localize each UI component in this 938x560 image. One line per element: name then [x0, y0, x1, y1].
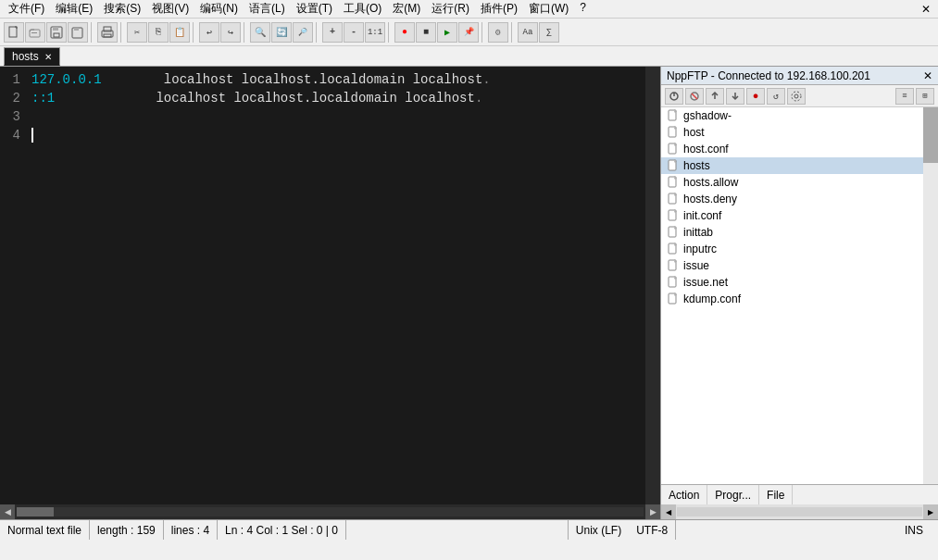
ftp-hscroll[interactable]: ◀ ▶: [661, 504, 938, 519]
ftp-hscroll-left[interactable]: ◀: [661, 504, 676, 519]
code-line-1: 127.0.0.1 localhost localhost.localdomai…: [31, 70, 642, 89]
toolbar-zoom-restore[interactable]: 1:1: [365, 22, 385, 43]
toolbar-copy[interactable]: ⎘: [148, 22, 169, 43]
hscroll-right-btn[interactable]: ▶: [645, 504, 660, 519]
menu-language[interactable]: 语言(L): [244, 1, 290, 17]
ftp-btn-extra2[interactable]: ⊞: [916, 88, 934, 105]
toolbar-new[interactable]: [4, 22, 24, 43]
toolbar-open[interactable]: [25, 22, 45, 43]
ftp-btn-extra1[interactable]: ≡: [895, 88, 914, 105]
menu-settings[interactable]: 设置(T): [292, 1, 337, 17]
menu-file[interactable]: 文件(F): [4, 1, 49, 17]
ftp-tab-action[interactable]: Action: [661, 485, 707, 504]
toolbar-zoom-in[interactable]: +: [322, 22, 343, 43]
ftp-btn-refresh[interactable]: ↺: [767, 88, 785, 105]
ftp-file-name: hosts: [683, 159, 710, 172]
ftp-file-item[interactable]: inputrc: [661, 241, 938, 257]
svg-line-14: [692, 93, 697, 99]
file-icon: [667, 292, 680, 305]
editor-panel[interactable]: 1 2 3 4 127.0.0.1 localhost localhost.lo…: [0, 67, 660, 519]
menu-run[interactable]: 运行(R): [427, 1, 474, 17]
toolbar-macro-save[interactable]: 📌: [458, 22, 479, 43]
menu-search[interactable]: 搜索(S): [99, 1, 145, 17]
ftp-file-item[interactable]: host.conf: [661, 141, 938, 157]
menu-encode[interactable]: 编码(N): [195, 1, 243, 17]
toolbar-print[interactable]: [97, 22, 118, 43]
ftp-file-item[interactable]: gshadow-: [661, 107, 938, 124]
tab-hosts[interactable]: hosts ✕: [4, 47, 60, 66]
hscroll-left-btn[interactable]: ◀: [0, 504, 15, 519]
editor-hscroll[interactable]: ◀ ▶: [0, 504, 660, 519]
ftp-vscroll-thumb[interactable]: [923, 107, 938, 163]
ftp-file-item[interactable]: host: [661, 124, 938, 141]
ftp-file-item[interactable]: kdump.conf: [661, 291, 938, 307]
toolbar-extra1[interactable]: Aa: [518, 22, 538, 43]
code-area[interactable]: 127.0.0.1 localhost localhost.localdomai…: [28, 67, 645, 504]
hscroll-track[interactable]: [17, 507, 644, 516]
ftp-file-list[interactable]: gshadow-hosthost.confhostshosts.allowhos…: [661, 107, 938, 484]
menu-edit[interactable]: 编辑(E): [51, 1, 97, 17]
ftp-btn-abort[interactable]: ●: [746, 88, 765, 105]
toolbar-find[interactable]: 🔍: [250, 22, 270, 43]
ftp-file-item[interactable]: issue.net: [661, 274, 938, 291]
hscroll-thumb[interactable]: [17, 507, 54, 516]
ftp-btn-upload[interactable]: [706, 88, 724, 105]
toolbar-save[interactable]: [46, 22, 67, 43]
ftp-hscroll-track[interactable]: [677, 507, 922, 516]
ftp-file-name: hosts.deny: [683, 193, 737, 205]
ftp-file-item[interactable]: hosts.allow: [661, 174, 938, 191]
status-lines: lines : 4: [164, 520, 218, 540]
ftp-tab-file[interactable]: File: [759, 485, 793, 504]
toolbar-macro-play[interactable]: ▶: [437, 22, 457, 43]
ftp-vscroll[interactable]: [923, 107, 938, 484]
ftp-file-item[interactable]: init.conf: [661, 207, 938, 224]
code-line-2-ip: ::1: [31, 91, 55, 106]
toolbar-saveall[interactable]: [68, 22, 88, 43]
toolbar-undo[interactable]: ↩: [199, 22, 219, 43]
ftp-btn-connect[interactable]: [665, 88, 683, 105]
ftp-file-item[interactable]: hosts.deny: [661, 191, 938, 207]
toolbar-redo[interactable]: ↪: [220, 22, 241, 43]
toolbar-sep2: [120, 22, 124, 43]
editor-vscroll[interactable]: [645, 67, 660, 504]
svg-point-18: [792, 92, 801, 101]
toolbar-settings[interactable]: ⚙: [488, 22, 508, 43]
toolbar-replace[interactable]: 🔄: [271, 22, 292, 43]
ftp-file-item[interactable]: hosts: [661, 157, 938, 174]
code-line-1-ip: 127.0.0.1: [31, 72, 102, 87]
toolbar-zoom-out[interactable]: -: [344, 22, 364, 43]
ftp-close-btn[interactable]: ✕: [923, 69, 932, 82]
svg-rect-4: [53, 27, 58, 31]
ftp-file-name: host.conf: [683, 143, 729, 156]
ftp-tab-progress[interactable]: Progr...: [707, 485, 759, 504]
menu-view[interactable]: 视图(V): [147, 1, 194, 17]
menu-help[interactable]: ?: [575, 1, 591, 17]
menu-tools[interactable]: 工具(O): [339, 1, 386, 17]
editor-content: 1 2 3 4 127.0.0.1 localhost localhost.lo…: [0, 67, 660, 504]
svg-rect-5: [54, 33, 59, 37]
svg-rect-2: [31, 32, 37, 33]
toolbar-extra2[interactable]: ∑: [539, 22, 559, 43]
ftp-btn-disconnect[interactable]: [685, 88, 704, 105]
menu-macro[interactable]: 宏(M): [388, 1, 425, 17]
file-icon: [667, 209, 680, 222]
ftp-vscroll-track[interactable]: [923, 107, 938, 484]
toolbar-macro-stop[interactable]: ■: [416, 22, 436, 43]
ftp-file-item[interactable]: inittab: [661, 224, 938, 241]
toolbar-paste[interactable]: 📋: [169, 22, 190, 43]
file-icon: [667, 126, 680, 139]
ftp-file-item[interactable]: issue: [661, 257, 938, 274]
status-lineending: Unix (LF): [568, 520, 629, 540]
toolbar-macro-record[interactable]: ●: [394, 22, 415, 43]
toolbar-cut[interactable]: ✂: [127, 22, 147, 43]
toolbar-findinfiles[interactable]: 🔎: [293, 22, 313, 43]
ftp-file-name: issue.net: [683, 276, 728, 289]
ftp-btn-settings[interactable]: [787, 88, 806, 105]
tab-hosts-close[interactable]: ✕: [44, 52, 52, 62]
app-close-button[interactable]: ✕: [918, 3, 934, 16]
menu-plugins[interactable]: 插件(P): [476, 1, 522, 17]
menu-window[interactable]: 窗口(W): [524, 1, 573, 17]
ftp-btn-download[interactable]: [726, 88, 744, 105]
ftp-file-name: host: [683, 126, 705, 139]
ftp-hscroll-right[interactable]: ▶: [923, 504, 938, 519]
